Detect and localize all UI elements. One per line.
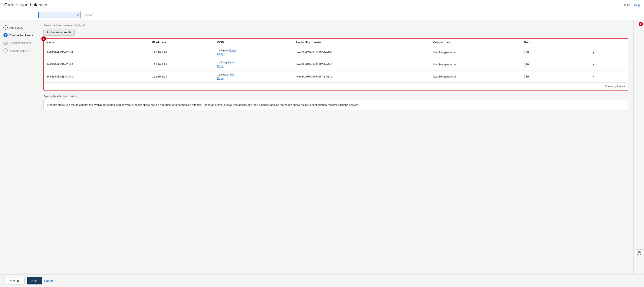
sidebar-item-add-details[interactable]: ✓ Add details xyxy=(0,24,38,31)
step-icon-2: 2 xyxy=(4,33,8,37)
showing-items: Showing 3 items xyxy=(44,82,628,90)
sidebar: ✓ Add details 2 Choose backends 3 Config… xyxy=(0,20,38,274)
sidebar-item-configure-listener[interactable]: 3 Configure listener xyxy=(0,39,38,47)
help-widget-button[interactable] xyxy=(635,249,643,258)
profile-label: Profile xyxy=(622,4,630,6)
backends-section-label: Select backend servers Optional xyxy=(44,24,628,27)
sidebar-label-manage-logging: Manage logging xyxy=(9,49,29,52)
right-sidebar-badge: 2 xyxy=(639,22,643,26)
step-badge-1: 1 xyxy=(41,36,46,41)
row1-ocid-short: ...mtsgma Show xyxy=(217,49,290,52)
col-header-actions xyxy=(587,38,628,46)
next-button[interactable]: Next xyxy=(27,277,42,284)
row1-ip: 172.16.1.93 xyxy=(150,46,214,58)
add-more-backends-button[interactable]: Add more backends xyxy=(44,29,74,36)
col-header-ocid: OCID xyxy=(214,38,293,46)
sidebar-label-choose-backends: Choose backends xyxy=(9,34,33,37)
row3-show-button[interactable]: Show xyxy=(227,73,234,76)
row2-ocid: ...x5fueq Show Copy xyxy=(214,58,293,70)
row2-menu: ⋮ xyxy=(587,58,628,70)
step-icon-4: 4 xyxy=(4,48,8,52)
cancel-button[interactable]: Cancel xyxy=(44,279,54,282)
row1-copy-button[interactable]: Copy xyxy=(217,52,290,56)
health-check-description: A health check is a test to confirm the … xyxy=(44,100,628,110)
backends-table-wrapper: 1 Name IP address OCID Availability doma… xyxy=(44,38,628,90)
row2-menu-button[interactable]: ⋮ xyxy=(590,61,597,68)
svg-line-5 xyxy=(638,254,638,255)
row3-ip: 172.16.3.63 xyxy=(150,70,214,82)
svg-line-4 xyxy=(640,254,640,255)
row1-port-input[interactable] xyxy=(524,50,539,55)
row3-name: IH-INSTANCE-VCN-C xyxy=(44,70,150,82)
row3-menu-button[interactable]: ⋮ xyxy=(590,73,597,80)
row1-menu-button[interactable]: ⋮ xyxy=(590,49,597,55)
row2-ocid-actions: ...x5fueq Show Copy xyxy=(217,61,290,68)
svg-line-3 xyxy=(640,252,640,253)
table-row: IH-INSTANCE-VCN-B 172.16.2.88 ...x5fueq … xyxy=(44,58,628,70)
row1-show-button[interactable]: Show xyxy=(229,49,236,52)
row2-compartment: IwanHoogendoorn xyxy=(430,58,522,70)
right-panel: 2 xyxy=(633,20,644,274)
table-row: IH-INSTANCE-VCN-C 172.16.3.63 ...qlpfqq … xyxy=(44,70,628,82)
bottom-bar: Previous Next Cancel xyxy=(0,274,644,287)
content-area: Select backend servers Optional Add more… xyxy=(38,20,633,274)
step-icon-1: ✓ xyxy=(4,25,8,30)
top-server-input[interactable] xyxy=(83,12,121,18)
row3-ocid-actions: ...qlpfqq Show Copy xyxy=(217,73,290,80)
health-check-section: Specify health check policy A health che… xyxy=(44,95,628,110)
row3-compartment: IwanHoogendoorn xyxy=(430,70,522,82)
sidebar-item-manage-logging[interactable]: 4 Manage logging xyxy=(0,47,38,54)
sidebar-label-add-details: Add details xyxy=(9,26,23,29)
backends-table: Name IP address OCID Availability domain… xyxy=(44,38,628,82)
lifebuoy-icon xyxy=(636,251,641,256)
row1-compartment: IwanHoogendoorn xyxy=(430,46,522,58)
health-check-label: Specify health check policy xyxy=(44,95,628,98)
row2-port xyxy=(522,58,587,70)
help-link[interactable]: Help xyxy=(634,4,640,6)
main-layout: ✓ Add details 2 Choose backends 3 Config… xyxy=(0,20,644,274)
row1-name: IH-INSTANCE-VCN-A xyxy=(44,46,150,58)
top-bar: Create load balancer Profile Help xyxy=(0,0,644,10)
row2-port-input[interactable] xyxy=(524,62,539,67)
row2-copy-button[interactable]: Copy xyxy=(217,64,290,68)
checkmark-icon: ✓ xyxy=(77,14,79,17)
table-row: IH-INSTANCE-VCN-A 172.16.1.93 ...mtsgma … xyxy=(44,46,628,58)
svg-point-1 xyxy=(638,252,640,254)
row3-ocid-short: ...qlpfqq Show xyxy=(217,73,290,76)
top-input-1[interactable] xyxy=(38,12,81,18)
col-header-ip: IP address xyxy=(150,38,214,46)
row2-show-button[interactable]: Show xyxy=(228,61,234,64)
top-input-bar: ✓ xyxy=(0,10,644,20)
row3-copy-button[interactable]: Copy xyxy=(217,77,290,80)
row3-port xyxy=(522,70,587,82)
sidebar-item-choose-backends[interactable]: 2 Choose backends xyxy=(0,31,38,39)
row3-availability: fyxu:EU-FRANKFURT-1-AD-1 xyxy=(293,70,430,82)
col-header-availability: Availability domain xyxy=(293,38,430,46)
row3-ocid: ...qlpfqq Show Copy xyxy=(214,70,293,82)
row2-availability: fyxu:EU-FRANKFURT-1-AD-1 xyxy=(293,58,430,70)
row1-ocid-actions: ...mtsgma Show Copy xyxy=(217,49,290,56)
optional-text: Optional xyxy=(74,24,84,27)
top-right-actions: Profile Help xyxy=(622,4,640,6)
previous-button[interactable]: Previous xyxy=(4,277,25,284)
top-input-row: ✓ xyxy=(38,12,639,18)
sidebar-label-configure-listener: Configure listener xyxy=(9,41,31,44)
row1-ocid: ...mtsgma Show Copy xyxy=(214,46,293,58)
row2-ip: 172.16.2.88 xyxy=(150,58,214,70)
col-header-compartment: Compartment xyxy=(430,38,522,46)
row1-port xyxy=(522,46,587,58)
page-title: Create load balancer xyxy=(4,2,48,8)
col-header-name: Name xyxy=(44,38,150,46)
col-header-port: Port xyxy=(522,38,587,46)
svg-line-2 xyxy=(638,252,638,253)
step-icon-3: 3 xyxy=(4,41,8,45)
row1-menu: ⋮ xyxy=(587,46,628,58)
row1-availability: fyxu:EU-FRANKFURT-1-AD-1 xyxy=(293,46,430,58)
row2-name: IH-INSTANCE-VCN-B xyxy=(44,58,150,70)
row2-ocid-short: ...x5fueq Show xyxy=(217,61,290,64)
row3-menu: ⋮ xyxy=(587,70,628,82)
top-extra-input[interactable] xyxy=(123,12,161,18)
row3-port-input[interactable] xyxy=(524,74,539,79)
